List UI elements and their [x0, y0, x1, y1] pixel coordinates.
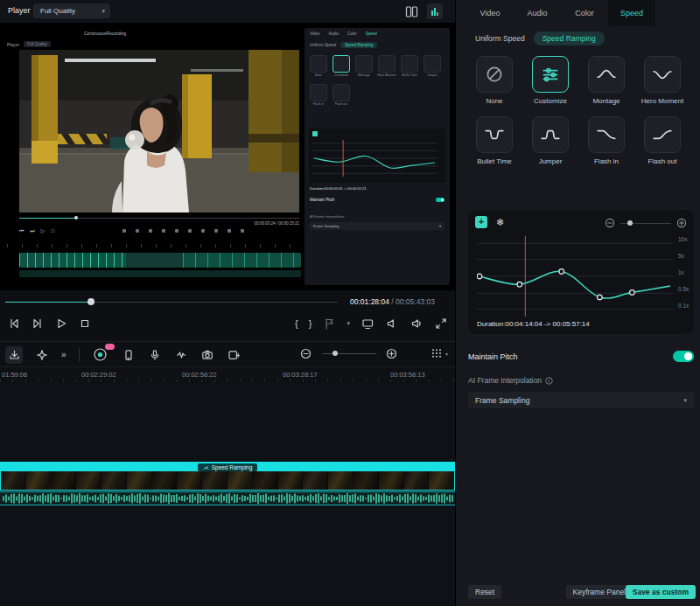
topbar-icons [405, 3, 443, 19]
subtab-uniform-speed[interactable]: Uniform Speed [475, 34, 525, 43]
recording-player-label: Player [7, 42, 19, 47]
reset-button[interactable]: Reset [468, 585, 501, 599]
preset-label: Montage [592, 97, 620, 106]
toolbar-left: » [5, 345, 241, 364]
maintain-pitch-toggle[interactable] [673, 351, 694, 362]
recording-duration: Duration:00:00:05:05 -> 00:00:52:21 [310, 186, 366, 191]
clip-thumbnail [102, 471, 127, 490]
clip-thumbnail [328, 471, 354, 490]
timeline-toolbar: » [0, 343, 455, 366]
tab-color[interactable]: Color [561, 0, 608, 26]
seek-handle[interactable] [88, 298, 94, 305]
fullscreen-icon[interactable] [434, 317, 448, 331]
timeline-zoom-slider[interactable] [322, 349, 376, 358]
snapshot-button[interactable] [200, 348, 214, 362]
audio-clip[interactable] [0, 491, 455, 505]
axis-label: 10x [678, 236, 687, 242]
mute-icon[interactable] [385, 317, 399, 331]
ruler-label: 00:02:29:02 [81, 371, 116, 379]
previous-frame-button[interactable] [7, 317, 21, 331]
keyframe-dot[interactable] [598, 295, 603, 300]
keyframe-dot[interactable] [477, 274, 482, 279]
keyframe-panel-button[interactable]: Keyframe Panel [566, 585, 633, 599]
second-screen-icon[interactable] [360, 317, 374, 331]
clip-duration: Duration:00:04:14:04 -> 00:05:57:14 [477, 320, 590, 328]
preset-customize[interactable]: Customize [522, 56, 578, 106]
recording-preset: Jumper [423, 55, 442, 77]
preset-none[interactable]: None [466, 56, 522, 106]
recording-toolbar-icons [122, 229, 244, 233]
tab-audio[interactable]: Audio [514, 0, 561, 26]
chevron-down-icon: ▾ [683, 397, 687, 404]
track-view-button[interactable]: ▾ [430, 347, 448, 359]
video-preview[interactable]: ContinuousRecording Export Player Full Q… [0, 23, 455, 290]
keyframe-dot[interactable] [517, 282, 522, 287]
preset-jumper[interactable]: Jumper [522, 116, 578, 166]
timeline-ruler[interactable]: 01:59:06 00:02:29:02 00:02:58:22 00:03:2… [0, 368, 455, 382]
layout-columns-icon[interactable] [405, 5, 418, 18]
zoom-out-button[interactable] [299, 346, 313, 360]
add-marker-button[interactable] [227, 348, 241, 362]
save-as-custom-button[interactable]: Save as custom [626, 585, 696, 599]
volume-icon[interactable] [410, 317, 424, 331]
subtab-speed-ramping[interactable]: Speed Ramping [534, 31, 605, 45]
tab-speed[interactable]: Speed [608, 0, 655, 26]
quality-select[interactable]: Full Quality ▾ [33, 3, 110, 18]
more-tools-button[interactable]: » [61, 350, 66, 359]
clip-thumbnails [1, 471, 454, 490]
mark-in-button[interactable]: { [295, 317, 298, 331]
frame-sampling-select[interactable]: Frame Sampling ▾ [468, 392, 694, 408]
audio-meter-icon[interactable] [427, 3, 443, 19]
left-pane: Player Full Quality ▾ [0, 0, 455, 606]
import-media-button[interactable] [5, 346, 23, 364]
freeze-frame-icon[interactable]: ❄ [496, 217, 504, 228]
zoom-in-button[interactable] [385, 346, 399, 360]
record-button[interactable] [92, 346, 109, 364]
timeline-area[interactable]: Speed Ramping [0, 383, 455, 606]
voice-changer-button[interactable] [174, 348, 188, 362]
garage-scene [19, 50, 299, 212]
voiceover-mic-button[interactable] [148, 348, 162, 362]
next-frame-button[interactable] [31, 317, 45, 331]
graph-zoom-in-icon[interactable] [676, 218, 687, 228]
play-button[interactable] [54, 317, 68, 331]
effects-button[interactable] [35, 348, 49, 362]
jumper-curve-icon [539, 123, 562, 146]
recording-preset: Customize [332, 55, 351, 77]
tab-video[interactable]: Video [466, 0, 514, 26]
speed-ramping-banner[interactable]: Speed Ramping [1, 463, 454, 471]
preset-montage[interactable]: Montage [578, 56, 634, 106]
stop-button[interactable] [78, 317, 92, 331]
recording-preset-row-2: Flash inFlash out [309, 84, 351, 106]
keyframe-dot[interactable] [630, 290, 635, 296]
preset-label: Customize [534, 97, 567, 106]
graph-zoom-slider[interactable] [620, 219, 671, 226]
preset-flash-in[interactable]: Flash in [578, 116, 634, 166]
current-time: 00:01:28:04 [350, 297, 389, 306]
info-icon[interactable] [545, 377, 553, 385]
axis-label: 0.5x [678, 286, 689, 292]
chevron-down-icon[interactable]: ▾ [346, 320, 350, 327]
speed-curve[interactable] [477, 236, 673, 317]
preset-bullet-time[interactable]: Bullet Time [466, 116, 522, 166]
graph-controls: + ❄ [475, 216, 687, 229]
recording-title: ContinuousRecording [84, 31, 126, 36]
mark-out-button[interactable]: } [309, 317, 312, 331]
transport-row: { } ▾ [0, 311, 455, 338]
preset-hero-moment[interactable]: Hero Moment [634, 56, 690, 106]
recording-tabs: Video Audio Color Speed [310, 31, 377, 36]
seek-bar[interactable] [5, 297, 338, 306]
add-keyframe-button[interactable]: + [475, 216, 487, 228]
preset-flash-out[interactable]: Flash out [634, 116, 690, 166]
recording-transport: ⏮⏭▷□ [19, 228, 54, 233]
clip-thumbnail [278, 471, 304, 490]
recording-timecode: 00:00:03:24 / 00:00:15:21 [255, 221, 299, 226]
video-clip[interactable]: Speed Ramping [0, 462, 455, 491]
keyframe-dot[interactable] [559, 269, 564, 275]
render-flag-icon[interactable] [322, 317, 336, 331]
recording-preset: Hero Moment [377, 55, 396, 77]
phone-mirror-button[interactable] [122, 348, 136, 362]
speed-ramping-presets: None Customize Montage Hero Moment Bulle… [466, 56, 690, 166]
graph-zoom-out-icon[interactable] [605, 218, 615, 228]
preset-label: Hero Moment [641, 97, 683, 106]
